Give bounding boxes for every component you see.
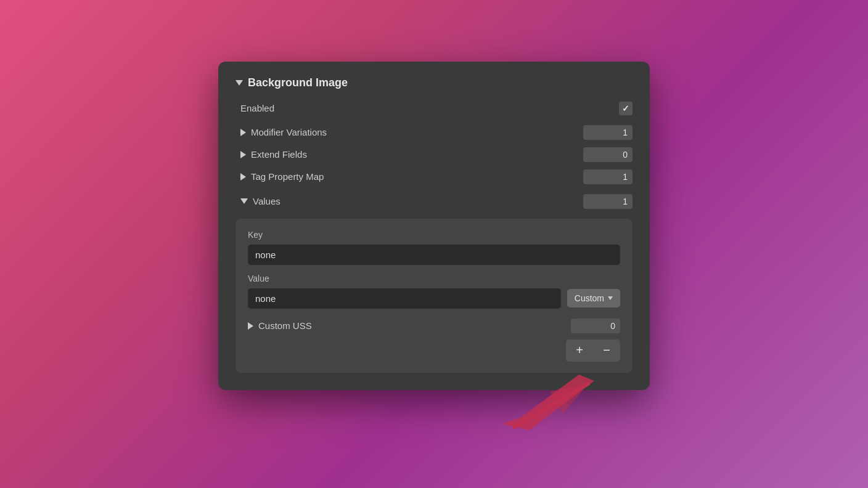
extend-fields-input[interactable] bbox=[583, 147, 633, 162]
custom-dropdown-button[interactable]: Custom bbox=[567, 289, 620, 307]
custom-uss-input[interactable] bbox=[571, 319, 620, 333]
enabled-label: Enabled bbox=[240, 103, 274, 113]
key-input[interactable] bbox=[248, 245, 620, 265]
expand-icon bbox=[240, 151, 246, 158]
values-inner-panel: Key Value Custom bbox=[235, 219, 633, 373]
svg-line-1 bbox=[514, 384, 588, 427]
expand-icon bbox=[248, 322, 253, 330]
collapse-icon bbox=[240, 198, 248, 204]
values-row: Values bbox=[235, 190, 633, 213]
modifier-variations-row: Modifier Variations bbox=[235, 121, 633, 144]
expand-icon bbox=[240, 129, 246, 136]
enabled-checkbox[interactable]: ✓ bbox=[619, 102, 633, 115]
custom-uss-label-area: Custom USS bbox=[248, 320, 312, 331]
tag-property-map-input[interactable] bbox=[583, 169, 633, 184]
values-section: Values Key Value Custom bbox=[235, 190, 633, 373]
modifier-variations-input[interactable] bbox=[583, 125, 633, 140]
background-image-section-header[interactable]: Background Image bbox=[235, 76, 633, 89]
extend-fields-label: Extend Fields bbox=[251, 149, 307, 160]
section-title: Background Image bbox=[248, 76, 348, 89]
key-label: Key bbox=[248, 230, 620, 240]
tag-property-map-row: Tag Property Map bbox=[235, 166, 633, 188]
expand-icon bbox=[240, 173, 246, 181]
values-input[interactable] bbox=[583, 194, 633, 209]
collapse-triangle-icon bbox=[235, 80, 243, 86]
extend-fields-row: Extend Fields bbox=[235, 144, 633, 166]
inspector-panel: Background Image Enabled ✓ Modifier Vari… bbox=[218, 62, 650, 390]
value-label: Value bbox=[248, 274, 620, 283]
enabled-row: Enabled ✓ bbox=[235, 98, 633, 121]
add-button[interactable]: + bbox=[566, 340, 593, 362]
custom-uss-label: Custom USS bbox=[258, 320, 312, 331]
values-label: Values bbox=[253, 196, 280, 206]
bottom-buttons-row: + − bbox=[248, 340, 620, 362]
custom-uss-row: Custom USS bbox=[248, 319, 620, 333]
value-input[interactable] bbox=[248, 288, 561, 309]
modifier-variations-label: Modifier Variations bbox=[251, 127, 327, 137]
value-row: Custom bbox=[248, 288, 620, 309]
remove-button[interactable]: − bbox=[593, 340, 620, 362]
tag-property-map-label: Tag Property Map bbox=[251, 171, 324, 182]
dropdown-arrow-icon bbox=[608, 296, 613, 300]
